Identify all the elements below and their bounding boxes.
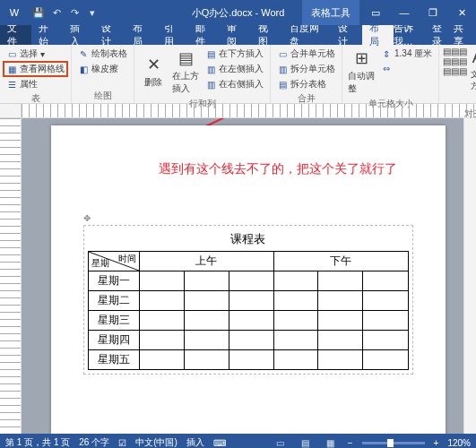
width-icon: ⇔: [381, 63, 392, 73]
qat-more-icon[interactable]: ▾: [84, 4, 100, 21]
text-direction-button[interactable]: A↕文字方向: [469, 47, 476, 94]
merge-icon: ▭: [277, 48, 288, 59]
delete-button[interactable]: ✕删除: [138, 47, 169, 97]
height-icon: ⇕: [381, 48, 392, 59]
canvas[interactable]: 遇到有这个线去不了的，把这个关了就行了 ✥ 课程表 时间星期 上午 下午 星期一: [22, 118, 463, 434]
autofit-button[interactable]: ⊞自动调整: [346, 47, 376, 97]
align-mr-icon[interactable]: ▤: [459, 56, 467, 66]
table-row[interactable]: 星期五: [88, 350, 408, 370]
tab-table-layout[interactable]: 布局: [362, 25, 394, 45]
col-am[interactable]: 上午: [139, 252, 273, 271]
redo-icon[interactable]: ↷: [66, 4, 82, 21]
zoom-slider[interactable]: [362, 442, 425, 444]
tab-layout[interactable]: 布局: [125, 25, 157, 45]
course-table[interactable]: 时间星期 上午 下午 星期一 星期二 星期三 星期四 星期五: [88, 251, 409, 370]
tab-file[interactable]: 文件: [0, 25, 31, 45]
page-count[interactable]: 第 1 页，共 1 页: [5, 436, 70, 448]
proofing-icon[interactable]: ☑: [118, 438, 126, 448]
align-ml-icon[interactable]: ▤: [443, 56, 451, 66]
view-gridlines-button[interactable]: ▦查看网格线: [4, 62, 67, 76]
ribbon: ▭选择 ▾ ▦查看网格线 ☰属性 表 ✎绘制表格 ◧橡皮擦 绘图 ✕删除 ▤在上…: [0, 45, 476, 104]
text-dir-icon: A↕: [472, 48, 476, 67]
tab-design[interactable]: 设计: [94, 25, 125, 45]
window-title: 小Q办公.docx - Word: [192, 6, 285, 20]
app-icon: W: [5, 4, 23, 22]
select-button[interactable]: ▭选择 ▾: [4, 47, 67, 61]
tab-insert[interactable]: 插入: [63, 25, 94, 45]
table-title[interactable]: 课程表: [88, 231, 409, 247]
ruler-vertical[interactable]: [0, 118, 22, 434]
col-width-input[interactable]: ⇔: [378, 62, 435, 74]
row-height-input[interactable]: ⇕1.34 厘米: [378, 47, 435, 61]
table-row[interactable]: 星期二: [88, 291, 408, 311]
row-icon: ▤: [205, 48, 216, 59]
vertical-scrollbar[interactable]: [463, 118, 476, 434]
tab-review[interactable]: 审阅: [220, 25, 251, 45]
eraser-button[interactable]: ◧橡皮擦: [75, 62, 130, 76]
draw-table-button[interactable]: ✎绘制表格: [75, 47, 130, 61]
insert-above-icon: ▤: [178, 48, 194, 68]
word-count[interactable]: 26 个字: [79, 436, 109, 448]
insert-mode[interactable]: 插入: [186, 436, 204, 448]
table-anchor-icon[interactable]: ✥: [83, 213, 413, 223]
properties-button[interactable]: ☰属性: [4, 77, 67, 91]
table-header-row: 时间星期 上午 下午: [88, 252, 408, 271]
status-bar: 第 1 页，共 1 页 26 个字 ☑ 中文(中国) 插入 ⌨ ▭ ▤ ▦ − …: [0, 434, 476, 448]
group-draw: ✎绘制表格 ◧橡皮擦 绘图: [72, 45, 134, 103]
group-label: 绘图: [75, 89, 130, 103]
zoom-out-button[interactable]: −: [348, 438, 353, 448]
align-br-icon[interactable]: ▤: [459, 66, 467, 76]
close-icon[interactable]: ✕: [447, 0, 476, 25]
print-layout-icon[interactable]: ▤: [298, 436, 314, 448]
document-area: 遇到有这个线去不了的，把这个关了就行了 ✥ 课程表 时间星期 上午 下午 星期一: [0, 118, 476, 434]
align-tc-icon[interactable]: ▤: [451, 47, 459, 56]
diagonal-header[interactable]: 时间星期: [88, 252, 139, 271]
tab-view[interactable]: 视图: [251, 25, 282, 45]
align-bc-icon[interactable]: ▤: [451, 66, 459, 76]
group-table: ▭选择 ▾ ▦查看网格线 ☰属性 表: [0, 45, 72, 103]
insert-left-button[interactable]: ▥在左侧插入: [203, 62, 266, 76]
web-layout-icon[interactable]: ▦: [323, 436, 339, 448]
table-row[interactable]: 星期三: [88, 311, 408, 331]
delete-icon: ✕: [147, 55, 160, 74]
quick-access-toolbar: 💾 ↶ ↷ ▾: [30, 4, 100, 21]
tab-mailings[interactable]: 邮件: [188, 25, 220, 45]
group-merge: ▭合并单元格 ▥拆分单元格 ▤拆分表格 合并: [271, 45, 342, 103]
tab-table-design[interactable]: 设计: [331, 25, 362, 45]
save-icon[interactable]: 💾: [30, 4, 47, 21]
restore-icon[interactable]: ❐: [419, 0, 447, 25]
language-button[interactable]: 中文(中国): [135, 436, 177, 448]
cursor-icon: ▭: [6, 48, 17, 59]
merge-cells-button[interactable]: ▭合并单元格: [274, 47, 338, 61]
eraser-icon: ◧: [78, 64, 89, 74]
table-row[interactable]: 星期一: [88, 271, 408, 291]
col-icon: ▥: [205, 79, 216, 90]
read-mode-icon[interactable]: ▭: [273, 436, 289, 448]
keyboard-icon[interactable]: ⌨: [213, 438, 226, 448]
zoom-level[interactable]: 120%: [447, 438, 471, 448]
insert-above-button[interactable]: ▤在上方插入: [170, 47, 201, 97]
insert-right-button[interactable]: ▥在右侧插入: [203, 77, 266, 91]
split-table-button[interactable]: ▤拆分表格: [274, 77, 338, 91]
minimize-icon[interactable]: —: [390, 0, 419, 25]
align-tl-icon[interactable]: ▤: [443, 47, 451, 56]
table-row[interactable]: 星期四: [88, 331, 408, 350]
tab-baidu[interactable]: 百度网盘: [282, 25, 331, 45]
align-tr-icon[interactable]: ▤: [459, 47, 467, 56]
page[interactable]: 遇到有这个线去不了的，把这个关了就行了 ✥ 课程表 时间星期 上午 下午 星期一: [51, 125, 446, 434]
autofit-icon: ⊞: [355, 48, 368, 68]
split-icon: ▥: [277, 64, 288, 74]
ribbon-tabs: 文件 开始 插入 设计 布局 引用 邮件 审阅 视图 百度网盘 设计 布局 告诉…: [0, 25, 476, 45]
tab-home[interactable]: 开始: [31, 25, 63, 45]
tab-references[interactable]: 引用: [157, 25, 188, 45]
insert-below-button[interactable]: ▤在下方插入: [203, 47, 266, 61]
split-table-icon: ▤: [277, 79, 288, 90]
ruler-horizontal[interactable]: [0, 104, 476, 118]
align-bl-icon[interactable]: ▤: [443, 66, 451, 76]
align-mc-icon[interactable]: ▤: [451, 56, 459, 66]
split-cells-button[interactable]: ▥拆分单元格: [274, 62, 338, 76]
zoom-in-button[interactable]: +: [434, 438, 439, 448]
col-pm[interactable]: 下午: [273, 252, 408, 271]
ribbon-display-icon[interactable]: ▭: [361, 0, 390, 25]
undo-icon[interactable]: ↶: [48, 4, 65, 21]
